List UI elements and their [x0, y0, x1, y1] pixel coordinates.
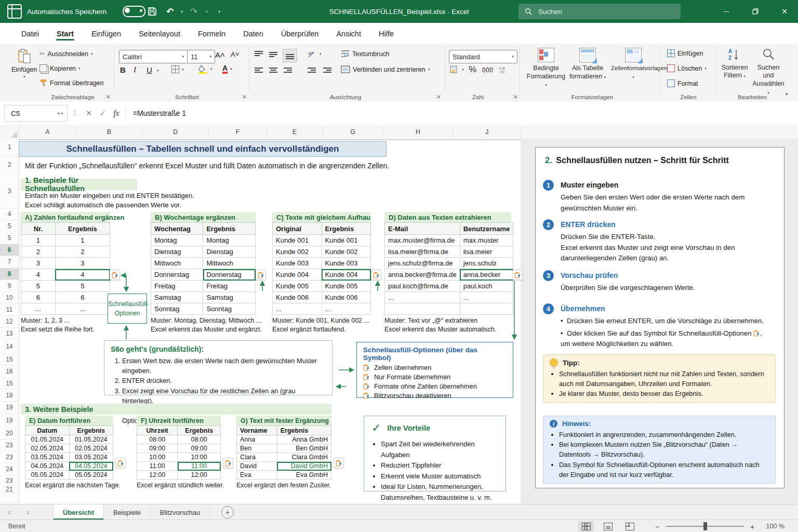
sheet-nav-right[interactable]: › — [19, 504, 37, 520]
cell[interactable]: Clara — [237, 453, 277, 462]
increase-indent-button[interactable] — [323, 66, 331, 73]
cell[interactable]: Clara GmbH — [277, 453, 331, 462]
fill-color-button[interactable]: ▾ — [198, 64, 212, 74]
save-button[interactable] — [148, 0, 157, 23]
cell[interactable]: 01.05.2024 — [69, 435, 113, 444]
row-header[interactable]: 23 — [0, 451, 19, 463]
page-layout-view-button[interactable] — [600, 521, 616, 531]
align-left-button[interactable] — [255, 66, 263, 73]
cell[interactable]: David — [237, 462, 277, 471]
font-color-button[interactable]: A▾ — [222, 64, 232, 74]
cell[interactable]: 4 — [21, 269, 56, 281]
name-box[interactable]: C5▾ ▾ — [4, 105, 68, 122]
cell[interactable]: anna.becker — [460, 269, 513, 281]
alignment-dialog-launcher[interactable]: ⇲ — [434, 94, 441, 100]
accounting-format-button[interactable]: ▾ — [450, 65, 464, 74]
cell[interactable]: Kunde 001 — [273, 235, 322, 246]
row-header[interactable]: 15 — [0, 354, 19, 366]
sheet-tab-übersicht[interactable]: Übersicht — [54, 504, 104, 520]
cell[interactable]: Kunde 004 — [322, 269, 371, 281]
ribbon-tab-ansicht[interactable]: Ansicht — [327, 25, 370, 42]
clipboard-dialog-launcher[interactable]: ⇲ — [104, 94, 111, 100]
cell[interactable]: Montag — [203, 235, 256, 246]
cell[interactable]: 01.05.2024 — [25, 435, 70, 444]
row-header[interactable]: 12 — [0, 316, 19, 328]
shrink-font-button[interactable]: A˅ — [231, 50, 239, 58]
row-header[interactable]: 7 — [0, 256, 19, 268]
column-header-J[interactable]: J — [453, 125, 521, 139]
cell[interactable]: Ben — [237, 444, 277, 453]
row-header[interactable]: 18 — [0, 390, 19, 402]
column-header-H[interactable]: H — [383, 125, 453, 139]
cell[interactable]: 03.05.2024 — [69, 453, 113, 462]
undo-dropdown[interactable]: ▾ — [181, 0, 183, 23]
row-header[interactable]: 19 — [0, 414, 19, 428]
align-middle-button[interactable] — [269, 51, 277, 57]
cell[interactable]: Anna GmbH — [277, 435, 331, 444]
cell[interactable]: Sonntag — [203, 303, 256, 315]
conditional-formatting-button[interactable]: BedingteFormatierung ▾ — [526, 48, 566, 89]
cell[interactable]: Donnerstag — [151, 269, 203, 281]
cell[interactable]: Kunde 003 — [322, 258, 371, 269]
cell[interactable]: Kunde 004 — [273, 269, 322, 281]
row-header[interactable]: 4 — [0, 208, 19, 220]
confirm-entry-button[interactable]: ✓ — [100, 109, 107, 118]
cell[interactable]: ... — [273, 303, 322, 315]
column-header-A[interactable]: A — [19, 125, 76, 139]
zoom-slider-handle[interactable] — [703, 522, 707, 530]
ribbon-tab-hilfe[interactable]: Hilfe — [370, 25, 403, 42]
align-center-button[interactable] — [269, 66, 277, 73]
cell[interactable]: Montag — [151, 235, 203, 246]
cell[interactable] — [385, 303, 460, 315]
ribbon-tab-seitenlayout[interactable]: Seitenlayout — [130, 25, 189, 42]
cell[interactable]: 5 — [21, 281, 56, 292]
bold-button[interactable]: B — [120, 65, 126, 74]
cell[interactable]: 03.05.2024 — [25, 453, 70, 462]
ribbon-tab-daten[interactable]: Daten — [234, 25, 272, 42]
sheet-nav-left[interactable]: ‹ — [0, 504, 19, 520]
add-sheet-button[interactable]: + — [221, 506, 234, 518]
cell[interactable]: 11:00 — [137, 462, 178, 471]
cell[interactable]: anna.becker@firma.de — [385, 269, 460, 281]
cell[interactable]: Kunde 003 — [273, 258, 322, 269]
column-header-E[interactable]: E — [267, 125, 323, 139]
cell[interactable]: jens.schulz — [460, 258, 513, 269]
cell[interactable]: paul.koch — [460, 281, 513, 292]
cancel-entry-button[interactable]: ✕ — [86, 109, 92, 118]
orientation-button[interactable]: ab ▾ — [308, 50, 322, 58]
flash-fill-options-button[interactable] — [223, 458, 233, 468]
grow-font-button[interactable]: A˄ — [215, 50, 225, 59]
cell[interactable]: 10:00 — [178, 453, 221, 462]
page-break-view-button[interactable] — [622, 521, 637, 531]
row-header[interactable]: 21 — [0, 486, 19, 493]
align-bottom-button[interactable] — [283, 49, 297, 62]
cell[interactable]: Dienstag — [203, 246, 256, 258]
cell[interactable]: jens.schulz@firma.de — [385, 258, 460, 269]
number-dialog-launcher[interactable]: ⇲ — [511, 94, 518, 100]
font-dialog-launcher[interactable]: ⇲ — [240, 94, 247, 100]
cell[interactable]: Sonntag — [151, 303, 203, 315]
row-header[interactable]: 9 — [0, 280, 19, 292]
row-header[interactable]: 19 — [0, 402, 19, 414]
decrease-indent-button[interactable] — [308, 66, 316, 73]
sort-filter-button[interactable]: AZ SortierenFiltern ▾ — [718, 48, 751, 80]
copy-button[interactable]: Kopieren▾ — [39, 64, 81, 72]
cell[interactable]: 4 — [55, 269, 110, 281]
cell[interactable]: ... — [460, 292, 513, 303]
row-header[interactable]: 13 — [0, 328, 19, 340]
zoom-out-button[interactable]: − — [655, 522, 660, 531]
collapse-ribbon-button[interactable]: ▾ — [786, 91, 788, 97]
column-header-F[interactable]: F — [209, 125, 267, 139]
ribbon-tab-start[interactable]: Start — [48, 25, 83, 42]
cell[interactable]: 2 — [21, 246, 56, 258]
flash-fill-options-button[interactable] — [512, 270, 523, 280]
flash-fill-options-button[interactable] — [371, 270, 381, 280]
align-top-button[interactable] — [255, 51, 263, 57]
cell[interactable]: Mittwoch — [203, 258, 256, 269]
ribbon-tab-einfügen[interactable]: Einfügen — [83, 25, 130, 42]
cell[interactable]: 12:00 — [137, 471, 178, 480]
row-header[interactable]: 24 — [0, 463, 19, 475]
format-painter-button[interactable]: Format übertragen — [39, 79, 104, 87]
cell[interactable]: Freitag — [203, 281, 256, 292]
cell[interactable]: max.muster — [460, 235, 513, 246]
